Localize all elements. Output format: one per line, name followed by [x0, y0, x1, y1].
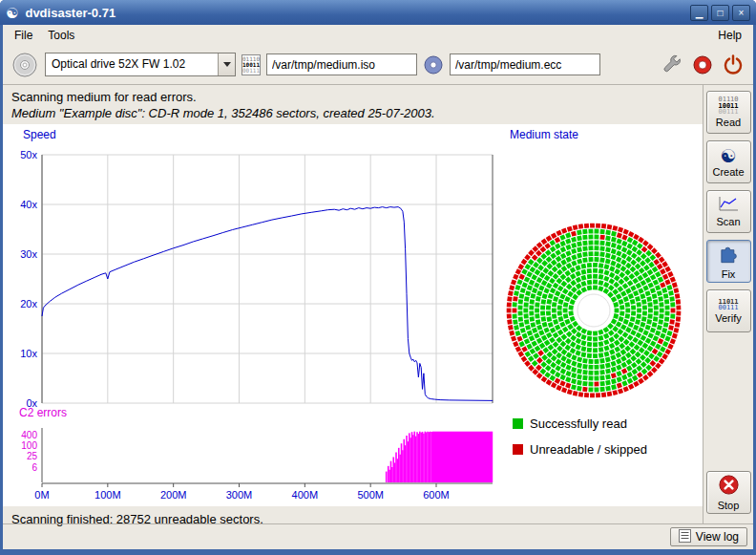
stop-icon: [718, 474, 740, 499]
view-log-button[interactable]: View log: [670, 527, 747, 546]
window-controls: ▁ □ ×: [690, 5, 750, 21]
stop-button[interactable]: Stop: [706, 471, 751, 514]
legend-item-bad: Unreadable / skipped: [513, 442, 647, 457]
svg-text:100M: 100M: [94, 489, 121, 501]
main-area: Scanning medium for read errors. Medium …: [3, 85, 703, 523]
help-lifebuoy-icon[interactable]: [690, 53, 715, 77]
menu-file[interactable]: File: [7, 27, 40, 44]
window-titlebar[interactable]: ☯ dvdisaster-0.71 ▁ □ ×: [0, 0, 756, 25]
window-body: File Tools Help Optical drive 52X FW 1.0…: [3, 25, 753, 549]
svg-text:600M: 600M: [423, 489, 450, 501]
c2-errors-chart-title: C2 errors: [19, 406, 67, 419]
medium-state-title: Medium state: [510, 128, 578, 141]
log-document-icon: [679, 529, 691, 545]
binary-verify-icon: 11011 00111: [718, 299, 738, 311]
svg-text:200M: 200M: [160, 489, 187, 501]
image-file-icon: 01110 10011 00111: [242, 54, 261, 75]
quit-power-icon[interactable]: [721, 53, 746, 77]
binary-read-icon: 01110 10011 00111: [718, 96, 738, 116]
svg-text:30x: 30x: [20, 248, 37, 260]
minimize-button[interactable]: ▁: [690, 5, 708, 21]
chevron-down-icon: [223, 62, 231, 67]
medium-state-legend: Successfully read Unreadable / skipped: [513, 416, 647, 468]
action-sidebar: 01110 10011 00111 Read ☯ Create Scan: [703, 85, 753, 523]
svg-text:40x: 40x: [20, 199, 37, 210]
verify-label: Verify: [715, 312, 742, 324]
svg-text:0M: 0M: [34, 489, 49, 501]
create-button[interactable]: ☯ Create: [706, 140, 751, 183]
read-button[interactable]: 01110 10011 00111 Read: [706, 91, 751, 134]
read-label: Read: [716, 117, 741, 128]
iso-path-input[interactable]: [266, 53, 417, 75]
drive-select-value: Optical drive 52X FW 1.02: [46, 53, 218, 75]
app-yinyang-icon: ☯: [6, 6, 18, 20]
menu-help[interactable]: Help: [710, 27, 749, 44]
fix-button[interactable]: Fix: [706, 240, 751, 283]
speed-chart-title: Speed: [23, 128, 56, 141]
toolbar: Optical drive 52X FW 1.02 01110 10011 00…: [3, 45, 753, 85]
verify-button[interactable]: 11011 00111 Verify: [706, 289, 751, 332]
window-title: dvdisaster-0.71: [25, 6, 690, 20]
close-button[interactable]: ×: [732, 5, 750, 21]
create-label: Create: [712, 166, 744, 178]
bad-sectors-swatch: [513, 444, 523, 455]
svg-text:20x: 20x: [20, 298, 37, 310]
menu-tools[interactable]: Tools: [40, 27, 82, 44]
good-sectors-label: Successfully read: [530, 416, 627, 431]
ecc-path-input[interactable]: [450, 53, 600, 75]
preferences-wrench-icon[interactable]: [660, 53, 684, 77]
svg-text:400: 400: [21, 430, 37, 440]
view-log-label: View log: [696, 530, 739, 544]
app-window: ☯ dvdisaster-0.71 ▁ □ × File Tools Help: [0, 0, 756, 555]
puzzle-piece-icon: [718, 243, 740, 267]
legend-item-good: Successfully read: [513, 416, 647, 431]
status-line-2: Medium "Example disc": CD-R mode 1, 3524…: [11, 106, 435, 120]
scan-label: Scan: [716, 216, 740, 227]
scan-curve-icon: [718, 196, 739, 215]
bottom-bar: View log: [3, 523, 753, 549]
maximize-button[interactable]: □: [711, 5, 729, 21]
svg-text:6: 6: [32, 462, 37, 473]
menubar: File Tools Help: [3, 25, 753, 45]
scan-button[interactable]: Scan: [706, 190, 751, 233]
combo-dropdown-button[interactable]: [218, 53, 235, 75]
svg-text:400M: 400M: [292, 489, 319, 501]
optical-drive-icon: [10, 51, 39, 79]
drive-select[interactable]: Optical drive 52X FW 1.02: [45, 53, 236, 76]
stop-label: Stop: [718, 500, 740, 511]
chart-panel: 0x10x20x30x40x50x6251004000M100M200M300M…: [3, 124, 703, 506]
fix-label: Fix: [722, 268, 736, 280]
svg-text:500M: 500M: [357, 489, 384, 501]
svg-text:50x: 50x: [20, 149, 37, 160]
svg-text:300M: 300M: [226, 489, 253, 501]
ecc-disc-icon: [423, 54, 444, 75]
good-sectors-swatch: [513, 418, 523, 429]
bad-sectors-label: Unreadable / skipped: [530, 442, 647, 457]
svg-text:10x: 10x: [20, 348, 37, 359]
status-line-1: Scanning medium for read errors.: [11, 90, 197, 104]
svg-text:25: 25: [27, 451, 38, 461]
yinyang-icon: ☯: [720, 147, 736, 165]
svg-text:100: 100: [21, 440, 37, 451]
